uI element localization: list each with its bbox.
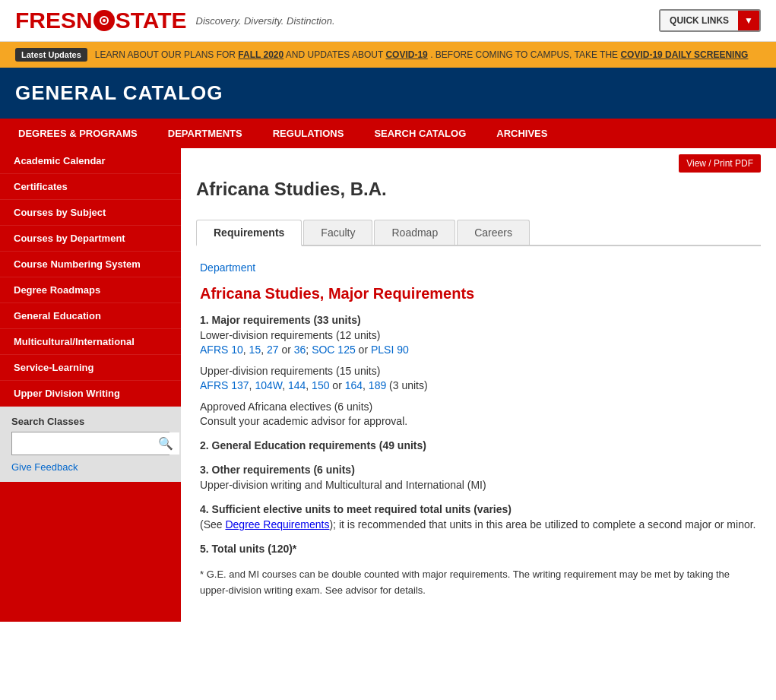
section-1-electives-text: Consult your academic advisor for approv… bbox=[200, 415, 757, 427]
major-title: Africana Studies, Major Requirements bbox=[200, 285, 757, 302]
footnote: * G.E. and MI courses can be double coun… bbox=[200, 567, 757, 599]
sidebar-item-degree-roadmaps[interactable]: Degree Roadmaps bbox=[0, 277, 181, 303]
link-afrs-15[interactable]: 15 bbox=[249, 344, 261, 356]
sidebar-nav: Academic Calendar Certificates Courses b… bbox=[0, 148, 181, 407]
search-button[interactable]: 🔍 bbox=[152, 432, 179, 455]
sidebar-item-upper-division-writing[interactable]: Upper Division Writing bbox=[0, 381, 181, 407]
give-feedback-link[interactable]: Give Feedback bbox=[11, 461, 169, 473]
main-layout: Academic Calendar Certificates Courses b… bbox=[0, 148, 776, 622]
sidebar: Academic Calendar Certificates Courses b… bbox=[0, 148, 181, 622]
logo-state: STATE bbox=[116, 8, 187, 33]
tab-careers[interactable]: Careers bbox=[457, 220, 530, 245]
logo-circle bbox=[93, 10, 115, 31]
sidebar-item-service-learning[interactable]: Service-Learning bbox=[0, 355, 181, 381]
section-1-upper-sub: Upper-division requirements (15 units) bbox=[200, 365, 757, 377]
section-3: 3. Other requirements (6 units) Upper-di… bbox=[200, 464, 757, 491]
section-1-links: AFRS 10, 15, 27 or 36; SOC 125 or PLSI 9… bbox=[200, 344, 757, 356]
section-5-heading: 5. Total units (120)* bbox=[200, 543, 757, 555]
section-1-sub: Lower-division requirements (12 units) bbox=[200, 329, 757, 341]
main-nav: DEGREES & PROGRAMS DEPARTMENTS REGULATIO… bbox=[0, 119, 776, 148]
section-1-heading: 1. Major requirements (33 units) bbox=[200, 314, 757, 326]
page-title: Africana Studies, B.A. bbox=[196, 179, 761, 206]
search-input-wrap: 🔍 bbox=[11, 432, 169, 455]
section-3-text: Upper-division writing and Multicultural… bbox=[200, 479, 757, 491]
alert-bar: Latest Updates LEARN ABOUT OUR PLANS FOR… bbox=[0, 42, 776, 68]
logo-area: FRESN STATE Discovery. Diversity. Distin… bbox=[15, 8, 335, 33]
section-2: 2. General Education requirements (49 un… bbox=[200, 439, 757, 451]
section-1: 1. Major requirements (33 units) Lower-d… bbox=[200, 314, 757, 427]
search-section: Search Classes 🔍 Give Feedback bbox=[0, 407, 181, 482]
catalog-banner: GENERAL CATALOG bbox=[0, 68, 776, 119]
latest-updates-badge: Latest Updates bbox=[15, 48, 87, 62]
header: FRESN STATE Discovery. Diversity. Distin… bbox=[0, 0, 776, 42]
tab-bar: Requirements Faculty Roadmap Careers bbox=[196, 220, 761, 246]
search-label: Search Classes bbox=[11, 416, 169, 427]
link-afrs-144[interactable]: 144 bbox=[288, 379, 306, 391]
alert-covid-link[interactable]: COVID-19 bbox=[385, 49, 427, 60]
section-2-heading: 2. General Education requirements (49 un… bbox=[200, 439, 757, 451]
view-pdf-button[interactable]: View / Print PDF bbox=[679, 154, 761, 173]
sidebar-item-multicultural[interactable]: Multicultural/International bbox=[0, 329, 181, 355]
link-afrs-10[interactable]: AFRS 10 bbox=[200, 344, 243, 356]
alert-screening-link[interactable]: COVID-19 DAILY SCREENING bbox=[620, 49, 748, 60]
tab-requirements[interactable]: Requirements bbox=[196, 220, 302, 246]
nav-search-catalog[interactable]: SEARCH CATALOG bbox=[359, 119, 481, 148]
sidebar-item-courses-by-department[interactable]: Courses by Department bbox=[0, 226, 181, 252]
alert-text: LEARN ABOUT OUR PLANS FOR FALL 2020 AND … bbox=[95, 49, 749, 60]
tagline: Discovery. Diversity. Distinction. bbox=[196, 15, 335, 27]
section-4-heading: 4. Sufficient elective units to meet req… bbox=[200, 503, 757, 515]
nav-regulations[interactable]: REGULATIONS bbox=[258, 119, 359, 148]
sidebar-item-general-education[interactable]: General Education bbox=[0, 303, 181, 329]
content-body: Department Africana Studies, Major Requi… bbox=[196, 261, 761, 599]
degree-requirements-link[interactable]: Degree Requirements bbox=[225, 518, 329, 531]
link-afrs-104w[interactable]: 104W bbox=[255, 379, 282, 391]
link-afrs-189[interactable]: 189 bbox=[369, 379, 386, 391]
nav-archives[interactable]: ARCHIVES bbox=[481, 119, 562, 148]
link-afrs-150[interactable]: 150 bbox=[312, 379, 329, 391]
logo-circle-icon bbox=[99, 15, 109, 26]
search-icon: 🔍 bbox=[158, 437, 173, 450]
sidebar-item-course-numbering-system[interactable]: Course Numbering System bbox=[0, 252, 181, 277]
section-3-heading: 3. Other requirements (6 units) bbox=[200, 464, 757, 476]
link-afrs-137[interactable]: AFRS 137 bbox=[200, 379, 249, 391]
quick-links-label: QUICK LINKS bbox=[660, 11, 738, 30]
tab-faculty[interactable]: Faculty bbox=[303, 220, 372, 245]
logo-fresno: FRESN bbox=[15, 8, 93, 33]
section-5: 5. Total units (120)* bbox=[200, 543, 757, 555]
alert-text-mid: AND UPDATES ABOUT bbox=[286, 49, 386, 60]
link-afrs-27[interactable]: 27 bbox=[267, 344, 279, 356]
department-link[interactable]: Department bbox=[200, 261, 757, 274]
link-afrs-164[interactable]: 164 bbox=[345, 379, 363, 391]
tab-roadmap[interactable]: Roadmap bbox=[374, 220, 455, 245]
sidebar-item-academic-calendar[interactable]: Academic Calendar bbox=[0, 148, 181, 174]
alert-fall-link[interactable]: FALL 2020 bbox=[238, 49, 283, 60]
link-soc-125[interactable]: SOC 125 bbox=[312, 344, 356, 356]
nav-departments[interactable]: DEPARTMENTS bbox=[153, 119, 258, 148]
section-4: 4. Sufficient elective units to meet req… bbox=[200, 503, 757, 531]
quick-links-arrow-icon: ▼ bbox=[738, 11, 759, 30]
catalog-title: GENERAL CATALOG bbox=[15, 81, 761, 105]
section-1-upper-links: AFRS 137, 104W, 144, 150 or 164, 189 (3 … bbox=[200, 379, 757, 391]
nav-degrees-programs[interactable]: DEGREES & PROGRAMS bbox=[3, 119, 153, 148]
section-1-electives-sub: Approved Africana electives (6 units) bbox=[200, 401, 757, 413]
svg-point-1 bbox=[103, 19, 106, 22]
content-area: View / Print PDF Africana Studies, B.A. … bbox=[181, 148, 776, 622]
sidebar-item-certificates[interactable]: Certificates bbox=[0, 174, 181, 200]
sidebar-item-courses-by-subject[interactable]: Courses by Subject bbox=[0, 200, 181, 226]
alert-text-before: LEARN ABOUT OUR PLANS FOR bbox=[95, 49, 239, 60]
fresno-state-logo: FRESN STATE bbox=[15, 8, 187, 33]
link-plsi-90[interactable]: PLSI 90 bbox=[371, 344, 409, 356]
section-4-text: (See Degree Requirements); it is recomme… bbox=[200, 518, 757, 531]
search-input[interactable] bbox=[12, 434, 152, 453]
quick-links-button[interactable]: QUICK LINKS ▼ bbox=[659, 9, 761, 32]
view-pdf-bar: View / Print PDF bbox=[196, 148, 761, 179]
link-afrs-36[interactable]: 36 bbox=[294, 344, 306, 356]
alert-text-after: . BEFORE COMING TO CAMPUS, TAKE THE bbox=[430, 49, 620, 60]
